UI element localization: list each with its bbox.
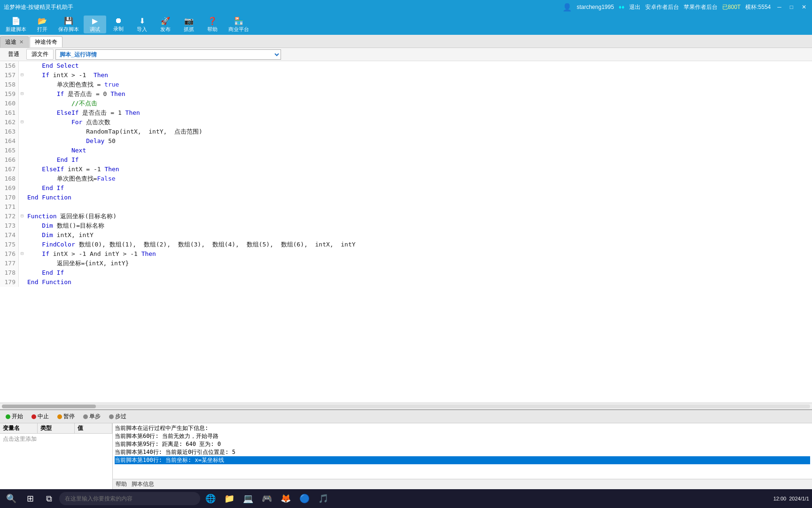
- new-script-icon: 📄: [11, 16, 21, 25]
- help-icon: ❓: [208, 16, 217, 25]
- record-btn[interactable]: ⏺ 录制: [107, 16, 130, 33]
- app-title: 追梦神途-按键精灵手机助手: [4, 3, 73, 11]
- import-icon: ⬇: [139, 16, 145, 25]
- line-number: 177: [0, 259, 19, 268]
- fold-indicator[interactable]: ⊟: [19, 118, 25, 127]
- new-script-btn[interactable]: 📄 新建脚本: [2, 16, 30, 33]
- android-backend-btn[interactable]: 安卓作者后台: [645, 3, 679, 11]
- save-label: 保存脚本: [58, 26, 79, 33]
- apple-backend-btn[interactable]: 苹果作者后台: [684, 3, 718, 11]
- capture-label: 抓抓: [184, 26, 194, 33]
- taskbar-app7[interactable]: 🎵: [315, 490, 332, 507]
- log-line: 当前脚本第95行: 距离是: 640 至为: 0: [115, 440, 810, 448]
- vars-panel: 变量名 类型 值 点击这里添加: [0, 423, 113, 489]
- tab-zhuitu[interactable]: 追途 ✕: [0, 36, 29, 48]
- win-minimize[interactable]: ─: [775, 4, 783, 10]
- line-number: 170: [0, 193, 19, 202]
- vars-col-type: 类型: [38, 423, 75, 433]
- fold-indicator[interactable]: ⊟: [19, 71, 25, 80]
- subtab-source[interactable]: 源文件: [26, 49, 54, 60]
- fold-indicator: [19, 230, 25, 240]
- taskbar-app6[interactable]: 🔵: [296, 490, 313, 507]
- help-btn[interactable]: ❓ 帮助: [201, 16, 224, 33]
- fold-indicator: [19, 146, 25, 155]
- code-editor[interactable]: 156 End Select157⊟ If intX > -1 Then158 …: [0, 61, 812, 403]
- taskbar-taskview-btn[interactable]: ⧉: [40, 490, 57, 507]
- taskbar-windows-btn[interactable]: ⊞: [22, 490, 39, 507]
- save-btn[interactable]: 💾 保存脚本: [55, 16, 83, 33]
- func-selector[interactable]: 脚本_运行详情: [55, 49, 281, 60]
- taskbar-app1[interactable]: 🌐: [202, 490, 219, 507]
- code-line-content: FindColor 数组(0), 数组(1), 数组(2), 数组(3), 数组…: [25, 240, 812, 249]
- pause-btn[interactable]: 暂停: [55, 412, 78, 421]
- fold-indicator[interactable]: ⊟: [19, 212, 25, 221]
- debug-btn[interactable]: ▶ 调试: [84, 16, 106, 33]
- win-close[interactable]: ✕: [800, 4, 808, 10]
- taskbar-time: 12:00: [773, 496, 787, 501]
- fold-indicator[interactable]: ⊟: [19, 89, 25, 99]
- fold-indicator: [19, 80, 25, 89]
- publish-btn[interactable]: 🚀 发布: [154, 16, 177, 33]
- open-btn[interactable]: 📂 打开: [31, 16, 54, 33]
- code-line-content: If intX > -1 Then: [25, 71, 812, 80]
- subtab-source-label: 源文件: [31, 51, 48, 57]
- code-line-content: Next: [25, 146, 812, 155]
- balance: 已800T: [722, 3, 741, 11]
- code-row: 179End Function: [0, 278, 812, 287]
- win-maximize[interactable]: □: [788, 4, 795, 10]
- code-line-content: End If: [25, 183, 812, 193]
- code-row: 159⊟ If 是否点击 = 0 Then: [0, 89, 812, 99]
- line-number: 171: [0, 202, 19, 212]
- stepover-label: 步过: [115, 413, 126, 421]
- taskbar-search-input[interactable]: [59, 492, 200, 505]
- capture-btn[interactable]: 📷 抓抓: [178, 16, 200, 33]
- hscroll-track[interactable]: [2, 405, 810, 408]
- tab-zhuitu-label: 追途: [5, 38, 16, 46]
- line-number: 162: [0, 118, 19, 127]
- subtoolbar: 普通 源文件 脚本_运行详情: [0, 48, 812, 61]
- line-number: 169: [0, 183, 19, 193]
- user-icon: 👤: [562, 3, 572, 12]
- import-btn[interactable]: ⬇ 导入: [131, 16, 153, 33]
- code-row: 156 End Select: [0, 61, 812, 71]
- run-btn[interactable]: 开始: [3, 412, 26, 421]
- debug-toolbar: 开始 中止 暂停 单步 步过: [0, 410, 812, 423]
- hscroll-thumb[interactable]: [2, 405, 96, 408]
- code-line-content: ElseIf intX = -1 Then: [25, 165, 812, 174]
- line-number: 157: [0, 71, 19, 80]
- fold-indicator: [19, 202, 25, 212]
- capture-icon: 📷: [184, 16, 194, 25]
- vars-add[interactable]: 点击这里添加: [0, 434, 112, 444]
- stepover-btn[interactable]: 步过: [106, 412, 129, 421]
- help-footer-btn[interactable]: 帮助: [116, 480, 127, 488]
- fold-indicator: [19, 99, 25, 108]
- debug-content: 变量名 类型 值 点击这里添加 当前脚本在运行过程中产生如下信息:当前脚本第60…: [0, 423, 812, 489]
- line-number: 156: [0, 61, 19, 71]
- script-info-btn[interactable]: 脚本信息: [132, 480, 154, 488]
- taskbar-app4[interactable]: 🎮: [258, 490, 275, 507]
- stop-btn[interactable]: 中止: [29, 412, 52, 421]
- tab-zhuitu-close[interactable]: ✕: [19, 39, 23, 45]
- taskbar-search-btn[interactable]: 🔍: [3, 490, 20, 507]
- fold-indicator[interactable]: ⊟: [19, 249, 25, 259]
- line-number: 168: [0, 174, 19, 183]
- code-line-content: Function 返回坐标(目标名称): [25, 212, 812, 221]
- step-label: 单步: [89, 413, 101, 421]
- code-line-content: Dim intX, intY: [25, 230, 812, 240]
- horizontal-scrollbar[interactable]: [0, 403, 812, 409]
- step-btn[interactable]: 单步: [80, 412, 103, 421]
- tab-shentuchuanqi[interactable]: 神途传奇: [30, 36, 62, 48]
- publish-icon: 🚀: [161, 16, 170, 25]
- taskbar-app2[interactable]: 📁: [221, 490, 238, 507]
- subtab-normal[interactable]: 普通: [3, 49, 24, 60]
- commerce-btn[interactable]: 🏪 商业平台: [225, 16, 253, 33]
- step-dot: [83, 414, 88, 419]
- line-number: 172: [0, 212, 19, 221]
- logout-btn[interactable]: 退出: [629, 3, 640, 11]
- code-row: 163 RandomTap(intX, intY, 点击范围): [0, 127, 812, 136]
- taskbar-app5[interactable]: 🦊: [277, 490, 294, 507]
- taskbar-app3[interactable]: 💻: [240, 490, 257, 507]
- code-line-content: End Select: [25, 61, 812, 71]
- code-lines: 156 End Select157⊟ If intX > -1 Then158 …: [0, 61, 812, 287]
- fold-indicator: [19, 174, 25, 183]
